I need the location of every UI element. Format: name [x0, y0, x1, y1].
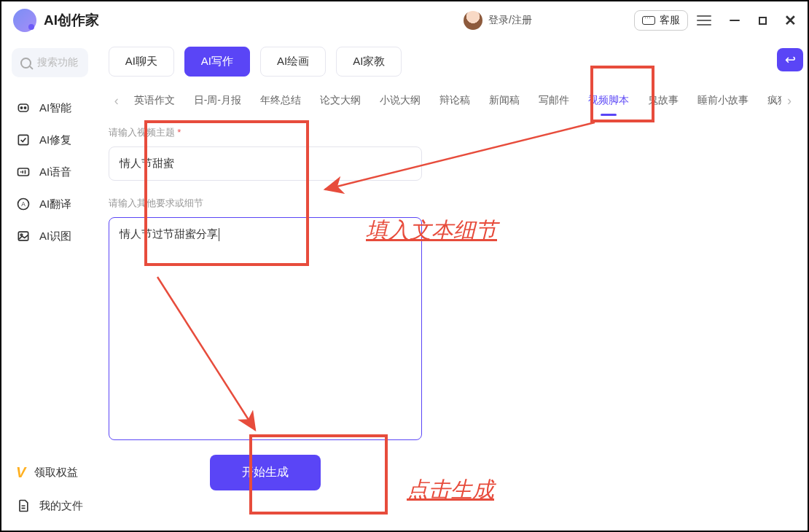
repair-icon — [16, 133, 31, 147]
text-cursor-icon — [219, 228, 220, 241]
sidebar-item-label: AI修复 — [39, 133, 71, 147]
mode-tab-tutor[interactable]: AI家教 — [336, 47, 402, 77]
back-arrow-icon: ↩ — [785, 52, 796, 68]
search-icon — [20, 58, 31, 69]
sidebar-item-ai-translate[interactable]: A AI翻译 — [12, 188, 88, 220]
svg-rect-0 — [18, 104, 28, 112]
sidebar-item-ai-image[interactable]: AI识图 — [12, 220, 88, 252]
voice-icon — [16, 165, 31, 179]
back-button[interactable]: ↩ — [777, 48, 803, 71]
login-link[interactable]: 登录/注册 — [488, 14, 532, 27]
sidebar-item-ai-repair[interactable]: AI修复 — [12, 124, 88, 156]
required-mark: * — [177, 127, 181, 138]
category-item[interactable]: 辩论稿 — [430, 87, 480, 114]
generate-button[interactable]: 开始生成 — [210, 455, 321, 490]
detail-value: 情人节过节甜蜜分享 — [120, 227, 218, 240]
avatar-icon[interactable] — [464, 11, 482, 30]
category-row: ‹ 英语作文 日-周-月报 年终总结 论文大纲 小说大纲 辩论稿 新闻稿 写邮件… — [109, 87, 797, 114]
search-placeholder: 搜索功能 — [37, 56, 78, 69]
svg-text:A: A — [21, 200, 26, 208]
category-item[interactable]: 年终总结 — [251, 87, 310, 114]
category-item[interactable]: 鬼故事 — [638, 87, 688, 114]
mode-tabs: AI聊天 AI写作 AI绘画 AI家教 — [109, 47, 797, 77]
category-item-active[interactable]: 视频脚本 — [579, 87, 638, 114]
category-item[interactable]: 写邮件 — [529, 87, 579, 114]
image-icon — [16, 229, 31, 243]
category-item[interactable]: 论文大纲 — [310, 87, 370, 114]
mode-tab-draw[interactable]: AI绘画 — [260, 47, 326, 77]
category-item[interactable]: 英语作文 — [125, 87, 184, 114]
app-logo-icon — [13, 9, 36, 32]
window-controls: ✕ — [729, 15, 796, 26]
claim-rights-label: 领取权益 — [34, 466, 78, 480]
output-column — [434, 126, 797, 490]
sidebar-item-ai-smart[interactable]: AI智能 — [12, 92, 88, 124]
file-icon — [16, 498, 31, 513]
customer-service-label: 客服 — [660, 14, 680, 27]
svg-point-1 — [20, 107, 22, 109]
mode-tab-chat[interactable]: AI聊天 — [109, 47, 174, 77]
category-item[interactable]: 睡前小故事 — [688, 87, 758, 114]
my-files-label: 我的文件 — [39, 499, 83, 513]
main-content: AI聊天 AI写作 AI绘画 AI家教 ↩ ‹ 英语作文 日-周-月报 年终总结… — [98, 39, 808, 531]
maximize-button[interactable] — [757, 15, 768, 26]
vip-icon: V — [16, 464, 26, 481]
sidebar-my-files[interactable]: 我的文件 — [12, 490, 88, 522]
translate-icon: A — [16, 197, 31, 211]
topic-input[interactable]: 情人节甜蜜 — [109, 146, 422, 181]
sidebar-item-ai-voice[interactable]: AI语音 — [12, 156, 88, 188]
sidebar-item-label: AI智能 — [39, 101, 71, 115]
title-bar: AI创作家 登录/注册 客服 ✕ — [1, 1, 808, 39]
topic-label: 请输入视频主题 * — [109, 126, 422, 139]
search-input[interactable]: 搜索功能 — [12, 48, 88, 77]
form-column: 请输入视频主题 * 情人节甜蜜 请输入其他要求或细节 情人节过节甜蜜分享 开始生… — [109, 126, 422, 490]
minimize-button[interactable] — [729, 15, 740, 26]
svg-rect-3 — [18, 135, 28, 144]
detail-label: 请输入其他要求或细节 — [109, 197, 422, 210]
category-item[interactable]: 疯狂 — [758, 87, 781, 114]
detail-textarea[interactable]: 情人节过节甜蜜分享 — [109, 217, 422, 440]
sidebar-claim-rights[interactable]: V 领取权益 — [12, 455, 88, 490]
sidebar-item-label: AI语音 — [39, 165, 71, 179]
menu-icon[interactable] — [697, 15, 711, 26]
app-title: AI创作家 — [44, 11, 99, 30]
chevron-left-icon[interactable]: ‹ — [109, 93, 125, 109]
close-button[interactable]: ✕ — [784, 15, 796, 26]
mode-tab-write[interactable]: AI写作 — [184, 47, 250, 77]
svg-point-2 — [24, 107, 26, 109]
sidebar-item-label: AI识图 — [39, 230, 71, 243]
chat-icon — [642, 16, 655, 25]
customer-service-button[interactable]: 客服 — [634, 10, 688, 31]
category-item[interactable]: 小说大纲 — [370, 87, 430, 114]
smart-icon — [16, 101, 31, 115]
category-item[interactable]: 新闻稿 — [480, 87, 529, 114]
chevron-right-icon[interactable]: › — [781, 93, 797, 109]
category-item[interactable]: 日-周-月报 — [184, 87, 251, 114]
sidebar: 搜索功能 AI智能 AI修复 AI语音 A AI翻译 AI识图 V 领取权益 — [1, 39, 98, 531]
sidebar-item-label: AI翻译 — [39, 197, 71, 211]
